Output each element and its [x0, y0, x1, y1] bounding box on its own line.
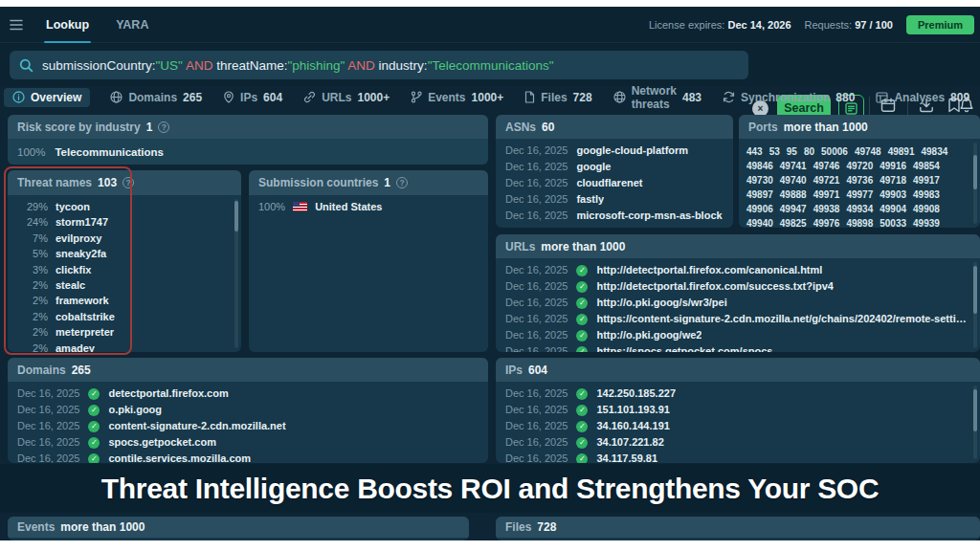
port-value[interactable]: 80	[804, 144, 814, 159]
risk-row[interactable]: 100% Telecommunications	[8, 139, 488, 165]
port-value[interactable]: 49897	[746, 187, 773, 202]
table-row[interactable]: Dec 16, 2025 cloudflarenet	[496, 175, 733, 191]
port-value[interactable]: 49746	[813, 159, 840, 173]
table-row[interactable]: Dec 16, 2025 http://o.pki.goog/s/wr3/pei	[496, 295, 980, 311]
port-value[interactable]: 49903	[880, 187, 906, 202]
table-row[interactable]: Dec 16, 2025 http://detectportal.firefox…	[496, 278, 980, 295]
tab-urls[interactable]: URLs1000+	[295, 88, 398, 107]
table-row[interactable]: Dec 16, 2025 google-cloud-platform	[496, 143, 733, 159]
table-row[interactable]: Dec 16, 2025 o.pki.goog	[8, 402, 488, 418]
table-row[interactable]: Dec 16, 2025 34.117.59.81	[496, 451, 980, 463]
scrollbar-thumb[interactable]	[973, 389, 977, 431]
table-row[interactable]: Dec 16, 2025 detectportal.firefox.com	[8, 386, 488, 402]
port-value[interactable]: 49977	[846, 187, 873, 202]
port-value[interactable]: 49720	[846, 159, 873, 173]
list-item[interactable]: 2% stealc	[8, 277, 241, 293]
port-value[interactable]: 50033	[880, 216, 906, 228]
port-value[interactable]: 49908	[913, 202, 940, 216]
scrollbar-thumb[interactable]	[973, 266, 977, 314]
top-tab-yara-label: YARA	[116, 18, 148, 32]
top-tab-yara[interactable]: YARA	[102, 8, 162, 43]
port-value[interactable]: 49825	[780, 216, 807, 228]
list-item[interactable]: 7% evilproxy	[8, 231, 241, 246]
list-item[interactable]: 2% meterpreter	[8, 324, 241, 340]
help-icon[interactable]: ?	[158, 121, 169, 133]
country-row[interactable]: 100% United States	[249, 195, 488, 218]
port-value[interactable]: 49917	[913, 173, 940, 187]
port-value[interactable]: 49891	[888, 144, 915, 159]
port-value[interactable]: 49740	[780, 173, 807, 187]
port-value[interactable]: 49748	[855, 144, 881, 159]
port-value[interactable]: 49834	[922, 144, 948, 159]
port-value[interactable]: 49947	[780, 202, 807, 216]
table-row[interactable]: Dec 16, 2025 https://spocs.getpocket.com…	[496, 343, 980, 352]
port-value[interactable]: 49898	[846, 216, 873, 228]
tab-files[interactable]: Files728	[516, 88, 600, 107]
help-icon[interactable]: ?	[396, 177, 408, 188]
list-item[interactable]: 2% framework	[8, 293, 241, 308]
port-value[interactable]: 443	[746, 144, 763, 159]
port-value[interactable]: 49976	[813, 216, 840, 228]
tab-domains[interactable]: Domains265	[101, 88, 211, 107]
query-segment: "phishing"	[287, 58, 345, 73]
list-item[interactable]: 24% storm1747	[8, 214, 241, 230]
table-row[interactable]: Dec 16, 2025 https://content-signature-2…	[496, 311, 980, 327]
table-row[interactable]: Dec 16, 2025 151.101.193.91	[496, 402, 980, 418]
table-row[interactable]: Dec 16, 2025 34.107.221.82	[496, 434, 980, 451]
port-value[interactable]: 49906	[746, 202, 773, 216]
table-row[interactable]: Dec 16, 2025 content-signature-2.cdn.moz…	[8, 418, 488, 434]
port-value[interactable]: 49730	[746, 173, 773, 187]
port-value[interactable]: 49971	[813, 187, 840, 202]
tab-network-threats[interactable]: Network threats483	[605, 81, 710, 114]
tab-analyses[interactable]: Analyses809	[867, 88, 978, 107]
port-value[interactable]: 49741	[780, 159, 807, 173]
port-value[interactable]: 49736	[846, 173, 873, 187]
table-row[interactable]: Dec 16, 2025 fastly	[496, 191, 733, 208]
table-row[interactable]: Dec 16, 2025 akamai-as	[496, 224, 733, 228]
port-value[interactable]: 53	[769, 144, 780, 159]
tab-ips[interactable]: IPs604	[214, 88, 291, 107]
table-row[interactable]: Dec 16, 2025 microsoft-corp-msn-as-block	[496, 208, 733, 224]
table-row[interactable]: Dec 16, 2025 http://detectportal.firefox…	[496, 262, 980, 278]
top-tab-lookup[interactable]: Lookup	[33, 8, 102, 43]
port-value[interactable]: 49983	[913, 187, 940, 202]
help-icon[interactable]: ?	[122, 177, 134, 188]
port-value[interactable]: 49940	[746, 216, 773, 228]
table-row[interactable]: Dec 16, 2025 34.160.144.191	[496, 418, 980, 434]
port-value[interactable]: 49718	[880, 173, 906, 187]
tab-events[interactable]: Events1000+	[402, 88, 512, 107]
list-item[interactable]: 5% sneaky2fa	[8, 246, 241, 261]
scrollbar-thumb[interactable]	[973, 155, 977, 189]
search-input[interactable]: submissionCountry:"US" AND threatName:"p…	[10, 51, 748, 79]
port-value[interactable]: 49916	[880, 159, 906, 173]
scrollbar-thumb[interactable]	[234, 201, 238, 231]
list-item[interactable]: 2% amadey	[8, 341, 241, 352]
premium-badge[interactable]: Premium	[906, 15, 974, 34]
tab-overview[interactable]: Overview	[4, 88, 90, 107]
panel-events: Events more than 1000	[8, 517, 469, 540]
port-value[interactable]: 50006	[821, 144, 848, 159]
table-row[interactable]: Dec 16, 2025 spocs.getpocket.com	[8, 434, 488, 451]
port-value[interactable]: 49934	[846, 202, 873, 216]
table-row[interactable]: Dec 16, 2025 http://o.pki.goog/we2	[496, 327, 980, 343]
port-value[interactable]: 95	[787, 144, 797, 159]
port-value[interactable]: 49846	[746, 159, 773, 173]
tab-synchronization[interactable]: Synchronization880	[714, 88, 863, 107]
list-item[interactable]: 29% tycoon	[8, 199, 241, 214]
table-row[interactable]: Dec 16, 2025 google	[496, 159, 733, 175]
table-row[interactable]: Dec 16, 2025 142.250.185.227	[496, 386, 980, 402]
port-value[interactable]: 49939	[913, 216, 940, 228]
panel-submission-countries-header: Submission countries 1 ?	[249, 170, 488, 195]
sync-icon	[723, 91, 735, 103]
port-value[interactable]: 49888	[780, 187, 807, 202]
check-icon	[88, 421, 100, 432]
panel-events-header: Events more than 1000	[8, 517, 469, 538]
table-row[interactable]: Dec 16, 2025 contile.services.mozilla.co…	[8, 451, 488, 463]
menu-icon[interactable]	[0, 19, 33, 31]
port-value[interactable]: 49904	[880, 202, 906, 216]
port-value[interactable]: 49854	[913, 159, 940, 173]
port-value[interactable]: 49938	[813, 202, 840, 216]
list-item[interactable]: 2% cobaltstrike	[8, 309, 241, 324]
list-item[interactable]: 3% clickfix	[8, 262, 241, 277]
port-value[interactable]: 49721	[813, 173, 840, 187]
